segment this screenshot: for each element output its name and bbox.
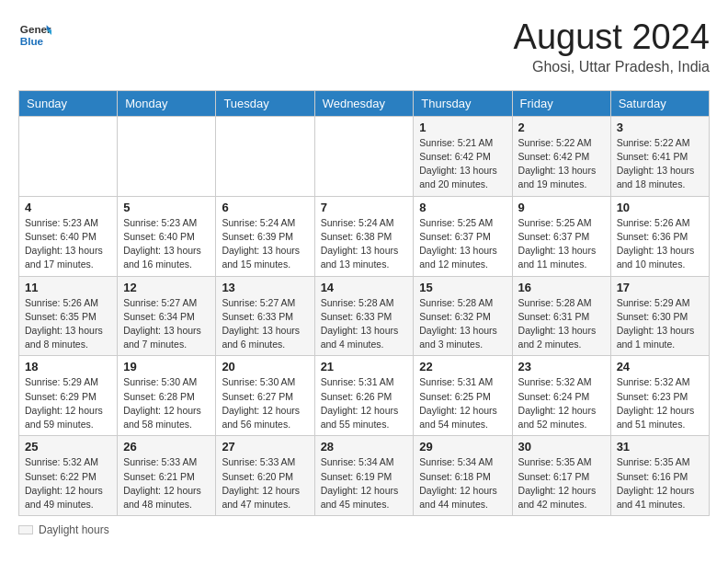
day-info: Sunrise: 5:22 AMSunset: 6:42 PMDaylight:… [518,136,605,192]
day-number: 20 [222,360,308,373]
calendar-cell: 25Sunrise: 5:32 AMSunset: 6:22 PMDayligh… [19,436,118,516]
day-number: 14 [321,281,408,294]
day-info: Sunrise: 5:33 AMSunset: 6:20 PMDaylight:… [222,455,308,511]
calendar-week-row: 18Sunrise: 5:29 AMSunset: 6:29 PMDayligh… [19,356,710,436]
calendar-cell: 27Sunrise: 5:33 AMSunset: 6:20 PMDayligh… [216,436,314,516]
calendar-header-row: SundayMondayTuesdayWednesdayThursdayFrid… [19,90,710,116]
calendar-cell: 14Sunrise: 5:28 AMSunset: 6:33 PMDayligh… [314,276,414,356]
day-number: 11 [25,281,111,294]
day-number: 30 [518,440,605,454]
day-number: 12 [123,281,210,294]
calendar-cell: 22Sunrise: 5:31 AMSunset: 6:25 PMDayligh… [414,356,512,436]
day-number: 22 [419,360,506,373]
calendar-week-row: 4Sunrise: 5:23 AMSunset: 6:40 PMDaylight… [19,196,710,276]
calendar-week-row: 25Sunrise: 5:32 AMSunset: 6:22 PMDayligh… [19,436,710,516]
calendar-cell: 16Sunrise: 5:28 AMSunset: 6:31 PMDayligh… [512,276,610,356]
calendar-cell: 8Sunrise: 5:25 AMSunset: 6:37 PMDaylight… [414,196,512,276]
logo-icon: General Blue [18,18,51,52]
day-number: 2 [518,121,605,134]
day-info: Sunrise: 5:32 AMSunset: 6:24 PMDaylight:… [518,375,605,431]
day-info: Sunrise: 5:26 AMSunset: 6:35 PMDaylight:… [25,296,111,352]
header: General Blue August 2024 Ghosi, Uttar Pr… [18,18,710,75]
day-info: Sunrise: 5:29 AMSunset: 6:29 PMDaylight:… [25,375,111,431]
logo: General Blue [18,18,55,52]
day-info: Sunrise: 5:34 AMSunset: 6:19 PMDaylight:… [321,455,408,511]
column-header-monday: Monday [118,90,216,116]
svg-text:Blue: Blue [20,35,44,47]
footer-note: Daylight hours [18,523,710,536]
day-number: 24 [617,360,703,373]
calendar-cell: 4Sunrise: 5:23 AMSunset: 6:40 PMDaylight… [19,196,118,276]
day-number: 4 [25,201,111,214]
column-header-friday: Friday [512,90,610,116]
day-number: 16 [518,281,605,294]
calendar-cell: 31Sunrise: 5:35 AMSunset: 6:16 PMDayligh… [610,436,709,516]
day-info: Sunrise: 5:21 AMSunset: 6:42 PMDaylight:… [419,136,506,192]
column-header-thursday: Thursday [414,90,512,116]
calendar-table: SundayMondayTuesdayWednesdayThursdayFrid… [18,90,710,516]
column-header-sunday: Sunday [19,90,118,116]
day-number: 1 [419,121,506,134]
calendar-cell [118,116,216,196]
calendar-cell: 18Sunrise: 5:29 AMSunset: 6:29 PMDayligh… [19,356,118,436]
day-info: Sunrise: 5:28 AMSunset: 6:31 PMDaylight:… [518,296,605,352]
footer-note-box [18,525,33,534]
calendar-cell: 17Sunrise: 5:29 AMSunset: 6:30 PMDayligh… [610,276,709,356]
calendar-cell: 24Sunrise: 5:32 AMSunset: 6:23 PMDayligh… [610,356,709,436]
calendar-cell [314,116,414,196]
calendar-cell: 12Sunrise: 5:27 AMSunset: 6:34 PMDayligh… [118,276,216,356]
day-info: Sunrise: 5:22 AMSunset: 6:41 PMDaylight:… [617,136,703,192]
day-number: 31 [617,440,703,454]
calendar-cell: 28Sunrise: 5:34 AMSunset: 6:19 PMDayligh… [314,436,414,516]
day-number: 7 [321,201,408,214]
day-info: Sunrise: 5:28 AMSunset: 6:32 PMDaylight:… [419,296,506,352]
calendar-cell: 23Sunrise: 5:32 AMSunset: 6:24 PMDayligh… [512,356,610,436]
calendar-cell: 13Sunrise: 5:27 AMSunset: 6:33 PMDayligh… [216,276,314,356]
day-info: Sunrise: 5:27 AMSunset: 6:34 PMDaylight:… [123,296,210,352]
calendar-cell [216,116,314,196]
day-info: Sunrise: 5:26 AMSunset: 6:36 PMDaylight:… [617,216,703,272]
day-info: Sunrise: 5:31 AMSunset: 6:26 PMDaylight:… [321,375,408,431]
day-info: Sunrise: 5:23 AMSunset: 6:40 PMDaylight:… [25,216,111,272]
calendar-cell: 7Sunrise: 5:24 AMSunset: 6:38 PMDaylight… [314,196,414,276]
day-number: 23 [518,360,605,373]
day-info: Sunrise: 5:27 AMSunset: 6:33 PMDaylight:… [222,296,308,352]
day-number: 27 [222,440,308,454]
day-info: Sunrise: 5:30 AMSunset: 6:27 PMDaylight:… [222,375,308,431]
calendar-cell: 1Sunrise: 5:21 AMSunset: 6:42 PMDaylight… [414,116,512,196]
calendar-cell: 30Sunrise: 5:35 AMSunset: 6:17 PMDayligh… [512,436,610,516]
day-info: Sunrise: 5:28 AMSunset: 6:33 PMDaylight:… [321,296,408,352]
day-number: 15 [419,281,506,294]
day-info: Sunrise: 5:31 AMSunset: 6:25 PMDaylight:… [419,375,506,431]
day-info: Sunrise: 5:32 AMSunset: 6:22 PMDaylight:… [25,455,111,511]
footer-note-label: Daylight hours [39,523,109,536]
day-info: Sunrise: 5:24 AMSunset: 6:38 PMDaylight:… [321,216,408,272]
day-info: Sunrise: 5:23 AMSunset: 6:40 PMDaylight:… [123,216,210,272]
calendar-cell: 20Sunrise: 5:30 AMSunset: 6:27 PMDayligh… [216,356,314,436]
day-number: 19 [123,360,210,373]
day-number: 8 [419,201,506,214]
day-number: 6 [222,201,308,214]
main-title: August 2024 [514,18,710,57]
day-info: Sunrise: 5:33 AMSunset: 6:21 PMDaylight:… [123,455,210,511]
column-header-wednesday: Wednesday [314,90,414,116]
title-block: August 2024 Ghosi, Uttar Pradesh, India [514,18,710,75]
day-info: Sunrise: 5:35 AMSunset: 6:16 PMDaylight:… [617,455,703,511]
calendar-cell: 5Sunrise: 5:23 AMSunset: 6:40 PMDaylight… [118,196,216,276]
day-number: 28 [321,440,408,454]
calendar-cell: 21Sunrise: 5:31 AMSunset: 6:26 PMDayligh… [314,356,414,436]
calendar-cell: 2Sunrise: 5:22 AMSunset: 6:42 PMDaylight… [512,116,610,196]
day-info: Sunrise: 5:24 AMSunset: 6:39 PMDaylight:… [222,216,308,272]
calendar-cell: 3Sunrise: 5:22 AMSunset: 6:41 PMDaylight… [610,116,709,196]
calendar-cell: 19Sunrise: 5:30 AMSunset: 6:28 PMDayligh… [118,356,216,436]
day-number: 25 [25,440,111,454]
calendar-cell: 11Sunrise: 5:26 AMSunset: 6:35 PMDayligh… [19,276,118,356]
day-info: Sunrise: 5:35 AMSunset: 6:17 PMDaylight:… [518,455,605,511]
day-number: 5 [123,201,210,214]
calendar-cell: 15Sunrise: 5:28 AMSunset: 6:32 PMDayligh… [414,276,512,356]
day-number: 3 [617,121,703,134]
day-number: 13 [222,281,308,294]
calendar-cell: 29Sunrise: 5:34 AMSunset: 6:18 PMDayligh… [414,436,512,516]
calendar-cell: 10Sunrise: 5:26 AMSunset: 6:36 PMDayligh… [610,196,709,276]
column-header-saturday: Saturday [610,90,709,116]
